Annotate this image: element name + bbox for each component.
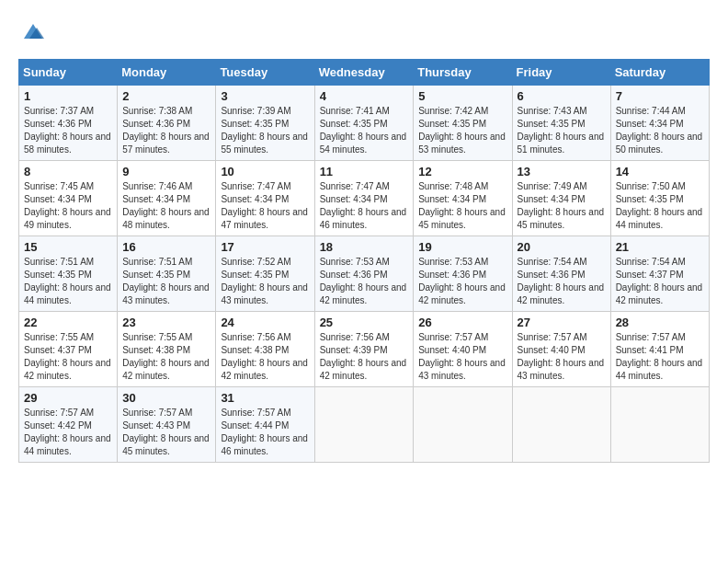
calendar-cell — [610, 387, 709, 463]
day-info: Sunrise: 7:54 AMSunset: 4:37 PMDaylight:… — [616, 256, 704, 307]
weekday-header-friday: Friday — [512, 60, 610, 86]
calendar-cell: 21Sunrise: 7:54 AMSunset: 4:37 PMDayligh… — [610, 236, 709, 312]
calendar-cell: 9Sunrise: 7:46 AMSunset: 4:34 PMDaylight… — [118, 161, 216, 236]
calendar-cell — [512, 387, 610, 463]
weekday-header-saturday: Saturday — [610, 60, 709, 86]
day-info: Sunrise: 7:57 AMSunset: 4:40 PMDaylight:… — [518, 331, 606, 383]
calendar-cell: 12Sunrise: 7:48 AMSunset: 4:34 PMDayligh… — [414, 161, 512, 236]
day-info: Sunrise: 7:54 AMSunset: 4:36 PMDaylight:… — [518, 256, 606, 307]
day-number: 24 — [221, 316, 309, 329]
day-number: 28 — [616, 316, 704, 329]
day-info: Sunrise: 7:57 AMSunset: 4:40 PMDaylight:… — [418, 331, 506, 383]
day-info: Sunrise: 7:52 AMSunset: 4:35 PMDaylight:… — [221, 256, 309, 307]
calendar-cell: 1Sunrise: 7:37 AMSunset: 4:36 PMDaylight… — [19, 86, 118, 161]
calendar-week-row: 15Sunrise: 7:51 AMSunset: 4:35 PMDayligh… — [19, 236, 710, 312]
day-info: Sunrise: 7:56 AMSunset: 4:39 PMDaylight:… — [320, 331, 409, 383]
calendar-cell: 2Sunrise: 7:38 AMSunset: 4:36 PMDaylight… — [118, 86, 216, 161]
day-info: Sunrise: 7:55 AMSunset: 4:38 PMDaylight:… — [122, 331, 210, 383]
day-info: Sunrise: 7:51 AMSunset: 4:35 PMDaylight:… — [24, 256, 112, 307]
calendar-cell: 31Sunrise: 7:57 AMSunset: 4:44 PMDayligh… — [216, 387, 314, 463]
calendar-cell: 25Sunrise: 7:56 AMSunset: 4:39 PMDayligh… — [314, 312, 414, 387]
day-number: 14 — [616, 165, 704, 178]
calendar-cell: 16Sunrise: 7:51 AMSunset: 4:35 PMDayligh… — [118, 236, 216, 312]
day-info: Sunrise: 7:39 AMSunset: 4:35 PMDaylight:… — [221, 105, 309, 156]
logo-icon — [20, 18, 46, 44]
day-info: Sunrise: 7:57 AMSunset: 4:43 PMDaylight:… — [122, 407, 210, 458]
calendar-cell: 17Sunrise: 7:52 AMSunset: 4:35 PMDayligh… — [216, 236, 314, 312]
day-number: 15 — [24, 240, 112, 254]
day-info: Sunrise: 7:41 AMSunset: 4:35 PMDaylight:… — [320, 105, 409, 156]
day-number: 17 — [221, 240, 309, 254]
calendar-cell: 23Sunrise: 7:55 AMSunset: 4:38 PMDayligh… — [118, 312, 216, 387]
day-info: Sunrise: 7:45 AMSunset: 4:34 PMDaylight:… — [24, 180, 112, 232]
calendar-cell: 26Sunrise: 7:57 AMSunset: 4:40 PMDayligh… — [414, 312, 512, 387]
day-info: Sunrise: 7:42 AMSunset: 4:35 PMDaylight:… — [418, 105, 506, 156]
day-number: 13 — [518, 165, 606, 178]
day-info: Sunrise: 7:49 AMSunset: 4:34 PMDaylight:… — [518, 180, 606, 232]
day-number: 8 — [24, 165, 112, 178]
calendar-week-row: 29Sunrise: 7:57 AMSunset: 4:42 PMDayligh… — [19, 387, 710, 463]
day-number: 29 — [24, 391, 112, 405]
day-info: Sunrise: 7:56 AMSunset: 4:38 PMDaylight:… — [221, 331, 309, 383]
day-number: 31 — [221, 391, 309, 405]
calendar-cell: 13Sunrise: 7:49 AMSunset: 4:34 PMDayligh… — [512, 161, 610, 236]
calendar-cell: 29Sunrise: 7:57 AMSunset: 4:42 PMDayligh… — [19, 387, 118, 463]
logo — [18, 18, 46, 44]
day-number: 7 — [616, 89, 704, 103]
day-number: 20 — [518, 240, 606, 254]
calendar-cell: 18Sunrise: 7:53 AMSunset: 4:36 PMDayligh… — [314, 236, 414, 312]
calendar-table: SundayMondayTuesdayWednesdayThursdayFrid… — [18, 59, 710, 463]
day-number: 5 — [418, 89, 506, 103]
day-info: Sunrise: 7:43 AMSunset: 4:35 PMDaylight:… — [518, 105, 606, 156]
calendar-cell: 30Sunrise: 7:57 AMSunset: 4:43 PMDayligh… — [118, 387, 216, 463]
day-number: 16 — [122, 240, 210, 254]
day-number: 18 — [320, 240, 409, 254]
calendar-cell: 4Sunrise: 7:41 AMSunset: 4:35 PMDaylight… — [314, 86, 414, 161]
weekday-header-monday: Monday — [118, 60, 216, 86]
weekday-header-wednesday: Wednesday — [314, 60, 414, 86]
day-info: Sunrise: 7:53 AMSunset: 4:36 PMDaylight:… — [320, 256, 409, 307]
calendar-cell: 27Sunrise: 7:57 AMSunset: 4:40 PMDayligh… — [512, 312, 610, 387]
day-number: 12 — [418, 165, 506, 178]
day-number: 1 — [24, 89, 112, 103]
calendar-cell: 14Sunrise: 7:50 AMSunset: 4:35 PMDayligh… — [610, 161, 709, 236]
day-number: 27 — [518, 316, 606, 329]
calendar-cell: 24Sunrise: 7:56 AMSunset: 4:38 PMDayligh… — [216, 312, 314, 387]
calendar-cell: 28Sunrise: 7:57 AMSunset: 4:41 PMDayligh… — [610, 312, 709, 387]
day-info: Sunrise: 7:53 AMSunset: 4:36 PMDaylight:… — [418, 256, 506, 307]
day-info: Sunrise: 7:47 AMSunset: 4:34 PMDaylight:… — [320, 180, 409, 232]
day-info: Sunrise: 7:37 AMSunset: 4:36 PMDaylight:… — [24, 105, 112, 156]
day-number: 30 — [122, 391, 210, 405]
calendar-cell: 6Sunrise: 7:43 AMSunset: 4:35 PMDaylight… — [512, 86, 610, 161]
calendar-week-row: 22Sunrise: 7:55 AMSunset: 4:37 PMDayligh… — [19, 312, 710, 387]
calendar-cell: 19Sunrise: 7:53 AMSunset: 4:36 PMDayligh… — [414, 236, 512, 312]
calendar-cell: 10Sunrise: 7:47 AMSunset: 4:34 PMDayligh… — [216, 161, 314, 236]
weekday-header-tuesday: Tuesday — [216, 60, 314, 86]
calendar-cell: 5Sunrise: 7:42 AMSunset: 4:35 PMDaylight… — [414, 86, 512, 161]
day-info: Sunrise: 7:55 AMSunset: 4:37 PMDaylight:… — [24, 331, 112, 383]
page-header — [18, 18, 710, 44]
day-info: Sunrise: 7:46 AMSunset: 4:34 PMDaylight:… — [122, 180, 210, 232]
calendar-cell — [414, 387, 512, 463]
day-number: 9 — [122, 165, 210, 178]
calendar-cell: 11Sunrise: 7:47 AMSunset: 4:34 PMDayligh… — [314, 161, 414, 236]
calendar-cell: 15Sunrise: 7:51 AMSunset: 4:35 PMDayligh… — [19, 236, 118, 312]
day-info: Sunrise: 7:57 AMSunset: 4:44 PMDaylight:… — [221, 407, 309, 458]
day-number: 10 — [221, 165, 309, 178]
weekday-header-row: SundayMondayTuesdayWednesdayThursdayFrid… — [19, 60, 710, 86]
calendar-cell: 22Sunrise: 7:55 AMSunset: 4:37 PMDayligh… — [19, 312, 118, 387]
day-info: Sunrise: 7:51 AMSunset: 4:35 PMDaylight:… — [122, 256, 210, 307]
day-number: 6 — [518, 89, 606, 103]
day-number: 11 — [320, 165, 409, 178]
day-number: 21 — [616, 240, 704, 254]
day-info: Sunrise: 7:48 AMSunset: 4:34 PMDaylight:… — [418, 180, 506, 232]
day-info: Sunrise: 7:38 AMSunset: 4:36 PMDaylight:… — [122, 105, 210, 156]
day-number: 25 — [320, 316, 409, 329]
calendar-week-row: 1Sunrise: 7:37 AMSunset: 4:36 PMDaylight… — [19, 86, 710, 161]
day-number: 3 — [221, 89, 309, 103]
day-number: 19 — [418, 240, 506, 254]
calendar-cell — [314, 387, 414, 463]
day-info: Sunrise: 7:50 AMSunset: 4:35 PMDaylight:… — [616, 180, 704, 232]
calendar-week-row: 8Sunrise: 7:45 AMSunset: 4:34 PMDaylight… — [19, 161, 710, 236]
day-info: Sunrise: 7:57 AMSunset: 4:41 PMDaylight:… — [616, 331, 704, 383]
